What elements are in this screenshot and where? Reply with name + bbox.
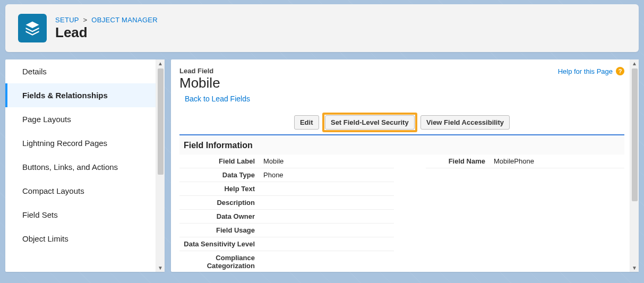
help-link[interactable]: Help for this Page ? [558,67,624,75]
set-field-level-security-button[interactable]: Set Field-Level Security [325,115,415,130]
sidebar-item-compact-layouts[interactable]: Compact Layouts [5,179,156,203]
data-sensitivity-label: Data Sensitivity Level [179,237,259,251]
field-label-label: Field Label [179,155,259,168]
sidebar-item-fields-relationships[interactable]: Fields & Relationships [5,83,156,107]
breadcrumb: SETUP > OBJECT MANAGER [55,16,158,24]
help-icon: ? [616,67,624,75]
help-text-label: Help Text [179,182,259,196]
field-eyebrow: Lead Field [179,67,220,75]
sidebar-item-page-layouts[interactable]: Page Layouts [5,107,156,131]
compliance-categorization-label: Compliance Categorization [179,251,259,272]
sidebar-item-lightning-record-pages[interactable]: Lightning Record Pages [5,131,156,155]
scroll-up-icon[interactable]: ▲ [158,59,163,67]
breadcrumb-setup[interactable]: SETUP [55,16,79,24]
sidebar-item-object-limits[interactable]: Object Limits [5,227,156,251]
help-link-text: Help for this Page [558,67,613,75]
edit-button[interactable]: Edit [294,115,319,130]
field-name-label: Field Name [426,155,490,168]
field-usage-label: Field Usage [179,224,259,237]
view-field-accessibility-button[interactable]: View Field Accessibility [420,115,510,130]
highlighted-button-frame: Set Field-Level Security [322,113,417,132]
breadcrumb-object-manager[interactable]: OBJECT MANAGER [91,16,158,24]
description-label: Description [179,196,259,210]
field-title: Mobile [179,75,220,91]
action-button-row: Edit Set Field-Level Security View Field… [179,113,624,132]
scrollbar-thumb[interactable] [158,68,164,175]
sidebar-scrollbar[interactable]: ▲ ▼ [156,59,165,272]
sidebar-item-field-sets[interactable]: Field Sets [5,203,156,227]
data-owner-value [259,210,394,224]
scrollbar-thumb[interactable] [632,68,638,201]
data-sensitivity-value [259,237,394,251]
breadcrumb-separator: > [83,16,88,24]
sidebar-item-details[interactable]: Details [5,59,156,83]
compliance-categorization-value [259,251,394,272]
field-usage-value [259,224,394,237]
data-owner-label: Data Owner [179,210,259,224]
sidebar-item-buttons-links-actions[interactable]: Buttons, Links, and Actions [5,155,156,179]
object-icon [18,14,47,42]
field-details-table: Field Label Mobile Field Name MobilePhon… [179,155,624,272]
sidebar: Details Fields & Relationships Page Layo… [5,59,165,272]
page-title: Lead [55,25,158,40]
field-name-value: MobilePhone [490,155,624,168]
main-panel: Lead Field Mobile Help for this Page ? B… [171,59,639,272]
main-scrollbar[interactable]: ▲ ▼ [630,59,639,272]
data-type-label: Data Type [179,168,259,182]
scroll-down-icon[interactable]: ▼ [632,264,637,272]
section-header-field-information: Field Information [179,136,624,155]
field-label-value: Mobile [259,155,394,168]
back-link[interactable]: Back to Lead Fields [185,95,250,103]
description-value [259,196,394,210]
scroll-down-icon[interactable]: ▼ [158,264,163,272]
help-text-value [259,182,394,196]
scroll-up-icon[interactable]: ▲ [632,59,637,67]
data-type-value: Phone [259,168,394,182]
page-header: SETUP > OBJECT MANAGER Lead [5,4,639,52]
